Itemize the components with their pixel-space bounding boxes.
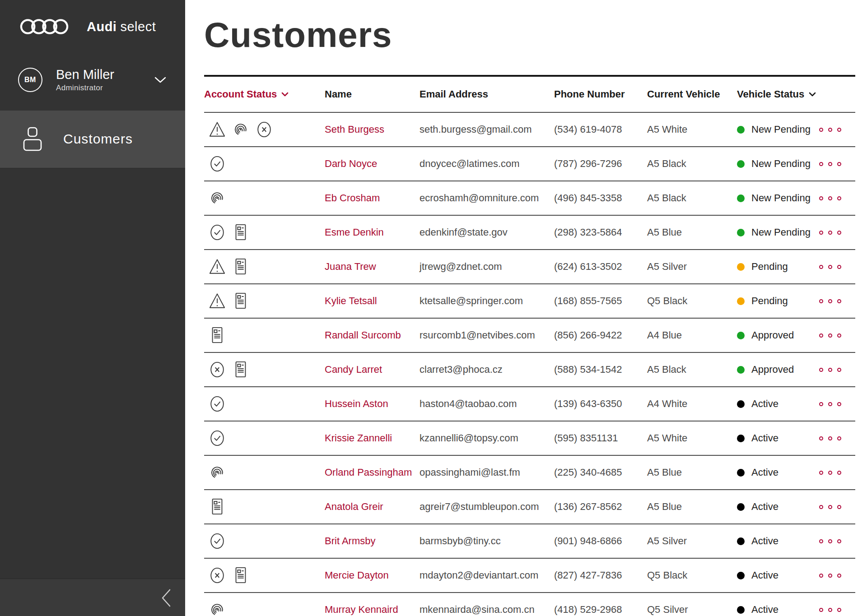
menu-dot-icon (837, 471, 841, 475)
vehicle-status: Active (737, 604, 819, 616)
current-vehicle: Q5 Black (647, 570, 737, 581)
customer-phone: (534) 619-4078 (554, 124, 647, 135)
column-label: Account Status (204, 88, 277, 100)
row-actions-menu-button[interactable] (819, 368, 858, 372)
sidebar-collapse-chevron-left-icon[interactable] (161, 589, 172, 607)
vehicle-status-label: Approved (751, 329, 794, 341)
customer-phone: (856) 266-9422 (554, 329, 647, 341)
menu-dot-icon (837, 402, 841, 406)
sidebar-item-label: Customers (63, 131, 133, 147)
vehicle-status-dot (737, 572, 745, 579)
table-row: Darb Noyce dnoycec@latimes.com (787) 296… (204, 146, 855, 181)
row-actions-menu-button[interactable] (819, 196, 858, 200)
column-label: Phone Number (554, 88, 625, 100)
customer-phone: (496) 845-3358 (554, 192, 647, 204)
customer-name-link[interactable]: Darb Noyce (325, 158, 420, 170)
account-status-icons (204, 600, 325, 616)
customer-email: mdayton2@deviantart.com (420, 570, 554, 581)
main-content: Customers Account Status Name Email Addr… (185, 0, 867, 616)
customer-name-link[interactable]: Murray Kennaird (325, 604, 420, 616)
customer-name-link[interactable]: Mercie Dayton (325, 570, 420, 581)
current-vehicle: A4 White (647, 398, 737, 410)
row-actions-menu-button[interactable] (819, 162, 858, 166)
row-actions-menu-button[interactable] (819, 539, 858, 543)
vehicle-status-dot (737, 435, 745, 442)
menu-dot-icon (828, 471, 832, 475)
customer-phone: (787) 296-7296 (554, 158, 647, 170)
customer-email: haston4@taobao.com (420, 398, 554, 410)
vehicle-status: New Pending (737, 227, 819, 238)
row-actions-menu-button[interactable] (819, 128, 858, 132)
menu-dot-icon (837, 299, 841, 303)
customer-name-link[interactable]: Randall Surcomb (325, 329, 420, 341)
check-circle-icon (209, 532, 226, 551)
vehicle-status-dot (737, 332, 745, 339)
row-actions-menu-button[interactable] (819, 505, 858, 509)
customer-phone: (139) 643-6350 (554, 398, 647, 410)
sidebar-item-customers[interactable]: Customers (0, 111, 185, 168)
customer-name-link[interactable]: Candy Larret (325, 364, 420, 375)
fingerprint-icon (209, 600, 226, 616)
table-row: Mercie Dayton mdayton2@deviantart.com (8… (204, 558, 855, 592)
current-vehicle: A5 Black (647, 158, 737, 170)
customer-phone: (588) 534-1542 (554, 364, 647, 375)
vehicle-status: Pending (737, 261, 819, 273)
customer-name-link[interactable]: Seth Burgess (325, 124, 420, 135)
menu-dot-icon (837, 333, 841, 338)
customer-name-link[interactable]: Eb Crosham (325, 192, 420, 204)
column-label: Name (325, 88, 352, 100)
menu-dot-icon (819, 196, 823, 200)
check-circle-icon (209, 429, 226, 448)
row-actions-menu-button[interactable] (819, 333, 858, 338)
vehicle-status-dot (737, 503, 745, 511)
id-card-icon (232, 257, 249, 276)
fingerprint-icon (209, 189, 226, 208)
vehicle-status-dot (737, 229, 745, 236)
current-vehicle: A5 Blue (647, 227, 737, 238)
menu-dot-icon (837, 368, 841, 372)
current-vehicle: A5 White (647, 432, 737, 444)
menu-dot-icon (819, 231, 823, 235)
column-header-vehicle-status[interactable]: Vehicle Status (737, 88, 819, 100)
customer-name-link[interactable]: Hussein Aston (325, 398, 420, 410)
vehicle-status-dot (737, 297, 745, 305)
customer-phone: (624) 613-3502 (554, 261, 647, 273)
account-status-icons (204, 394, 325, 413)
menu-dot-icon (837, 231, 841, 235)
row-actions-menu-button[interactable] (819, 299, 858, 303)
account-status-icons (204, 360, 325, 379)
warning-icon (209, 292, 226, 310)
row-actions-menu-button[interactable] (819, 608, 858, 612)
account-status-icons (204, 463, 325, 482)
vehicle-status-label: Active (751, 604, 778, 616)
row-actions-menu-button[interactable] (819, 471, 858, 475)
brand-name-bold: Audi (87, 19, 117, 34)
menu-dot-icon (837, 196, 841, 200)
customer-name-link[interactable]: Esme Denkin (325, 227, 420, 238)
customer-name-link[interactable]: Anatola Greir (325, 501, 420, 513)
customer-name-link[interactable]: Krissie Zannelli (325, 432, 420, 444)
row-actions-menu-button[interactable] (819, 402, 858, 406)
row-actions-menu-button[interactable] (819, 231, 858, 235)
row-actions-menu-button[interactable] (819, 265, 858, 269)
customer-email: dnoycec@latimes.com (420, 158, 554, 170)
user-menu-chevron-down-icon[interactable] (154, 77, 166, 83)
row-actions-menu-button[interactable] (819, 436, 858, 440)
fingerprint-icon (209, 463, 226, 482)
customer-name-link[interactable]: Juana Trew (325, 261, 420, 273)
x-circle-icon (256, 120, 273, 139)
table-row: Candy Larret clarret3@phoca.cz (588) 534… (204, 352, 855, 386)
menu-dot-icon (819, 162, 823, 166)
user-info: Ben Miller Administrator (56, 68, 114, 93)
column-header-account-status[interactable]: Account Status (204, 88, 325, 100)
table-row: Brit Armsby barmsbyb@tiny.cc (901) 948-6… (204, 523, 855, 558)
current-vehicle: A5 Blue (647, 467, 737, 478)
customer-name-link[interactable]: Brit Armsby (325, 535, 420, 547)
current-vehicle: A5 Black (647, 192, 737, 204)
menu-dot-icon (828, 128, 832, 132)
current-vehicle: A5 Black (647, 364, 737, 375)
customer-name-link[interactable]: Orland Passingham (325, 467, 420, 478)
customer-name-link[interactable]: Kylie Tetsall (325, 295, 420, 307)
customer-phone: (901) 948-6866 (554, 535, 647, 547)
row-actions-menu-button[interactable] (819, 574, 858, 578)
